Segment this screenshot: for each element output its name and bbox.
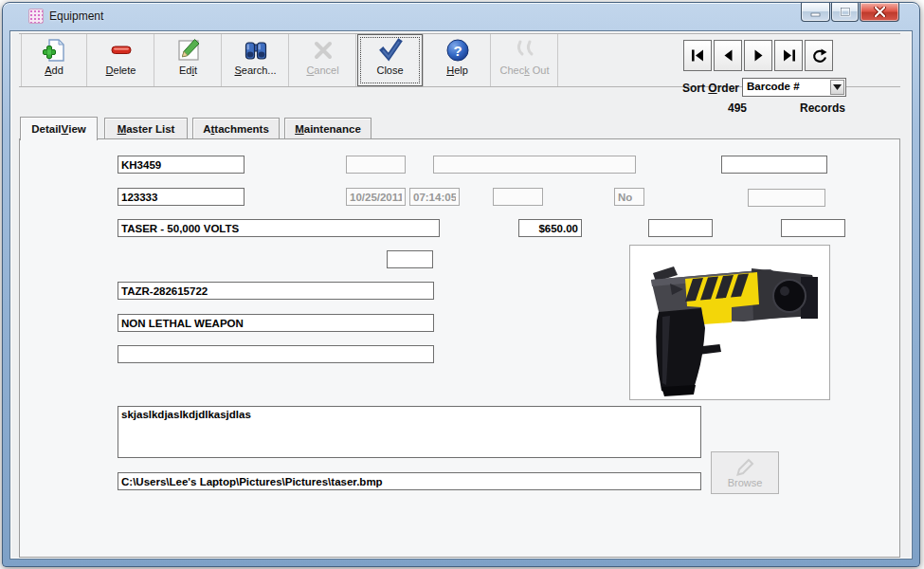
cancel-button: Cancel [290, 34, 356, 86]
previous-record-icon [721, 49, 735, 62]
to-input [433, 156, 636, 174]
edit-label: Edit [179, 64, 197, 76]
app-icon [28, 9, 44, 24]
check-out-label: Check Out [500, 64, 550, 76]
check-out-button: Check Out [492, 34, 558, 86]
refresh-icon [811, 48, 827, 64]
close-button[interactable]: Close [357, 34, 424, 86]
edit-icon [176, 38, 201, 63]
due-input [493, 188, 543, 206]
add-label: Add [45, 64, 63, 76]
search-label: Search... [234, 64, 276, 76]
records-count: 495 [711, 101, 747, 115]
comment-input[interactable]: skjaslkdjaslkdjdlkasjdlas [118, 406, 701, 458]
close-label: Close [376, 64, 403, 76]
edit-button[interactable]: Edit [155, 34, 222, 86]
tab-detail-view[interactable]: Detail View [20, 117, 98, 140]
add-button[interactable]: Add [21, 34, 87, 86]
sort-order-label: Sort Order [654, 82, 739, 95]
window-close-button[interactable] [860, 3, 899, 22]
window-title: Equipment [49, 9, 103, 23]
first-record-icon [691, 49, 705, 62]
refresh-button[interactable] [805, 40, 833, 71]
barcode-input[interactable] [118, 188, 245, 206]
checkout-icon [513, 38, 537, 63]
svg-text:?: ? [453, 43, 462, 59]
inventory-input [748, 189, 825, 207]
last-record-button[interactable] [774, 40, 803, 71]
chevron-down-icon[interactable] [830, 80, 844, 95]
checked-out-input [346, 156, 406, 174]
last-activity-time [409, 188, 460, 206]
serial-input[interactable] [118, 156, 245, 174]
tab-master-list[interactable]: Master List [104, 118, 188, 139]
reserved-input [614, 188, 644, 206]
next-record-icon [752, 49, 766, 62]
browse-pencil-icon [734, 458, 755, 477]
add-icon [42, 38, 66, 63]
first-record-button[interactable] [683, 40, 712, 71]
text3-input[interactable] [118, 345, 434, 363]
sort-order-value: Barcode # [747, 81, 800, 92]
maximize-button[interactable] [831, 3, 859, 22]
taser-image [630, 246, 829, 399]
map-location-input[interactable] [118, 314, 434, 332]
search-button[interactable]: Search... [223, 34, 289, 86]
browse-button: Browse [711, 451, 779, 494]
daily-rental-input[interactable] [648, 219, 713, 237]
cancel-label: Cancel [306, 64, 338, 76]
tab-maintenance[interactable]: Maintenance [284, 118, 371, 139]
text1-input[interactable] [118, 282, 434, 300]
description-input[interactable] [118, 219, 440, 237]
equipment-photo [629, 245, 830, 400]
records-label: Records [785, 101, 845, 115]
search-icon [244, 38, 268, 63]
sort-order-select[interactable]: Barcode # [742, 78, 846, 97]
job-input[interactable] [721, 156, 827, 174]
co-interval-input[interactable] [387, 250, 433, 268]
last-record-icon [782, 49, 796, 62]
wkly-rental-input[interactable] [781, 219, 845, 237]
previous-record-button[interactable] [714, 40, 742, 71]
next-record-button[interactable] [744, 40, 772, 71]
equipment-window: Equipment Add Delete Edit [0, 0, 924, 569]
last-activity-date [346, 188, 406, 206]
help-label: Help [446, 64, 468, 76]
delete-button[interactable]: Delete [88, 34, 154, 86]
help-icon: ? [445, 38, 470, 63]
help-button[interactable]: ? Help [425, 34, 491, 86]
delete-icon [109, 38, 134, 63]
delete-label: Delete [106, 64, 136, 76]
maximize-icon [840, 7, 851, 17]
browse-label: Browse [728, 477, 763, 488]
minimize-button[interactable] [801, 3, 830, 22]
window-close-icon [874, 7, 886, 17]
minimize-icon [810, 8, 822, 17]
picture-path-input[interactable] [118, 472, 701, 490]
tab-attachments[interactable]: Attachments [192, 118, 280, 139]
cost-input[interactable] [518, 219, 582, 237]
cancel-icon [311, 38, 335, 63]
check-icon [378, 38, 403, 63]
